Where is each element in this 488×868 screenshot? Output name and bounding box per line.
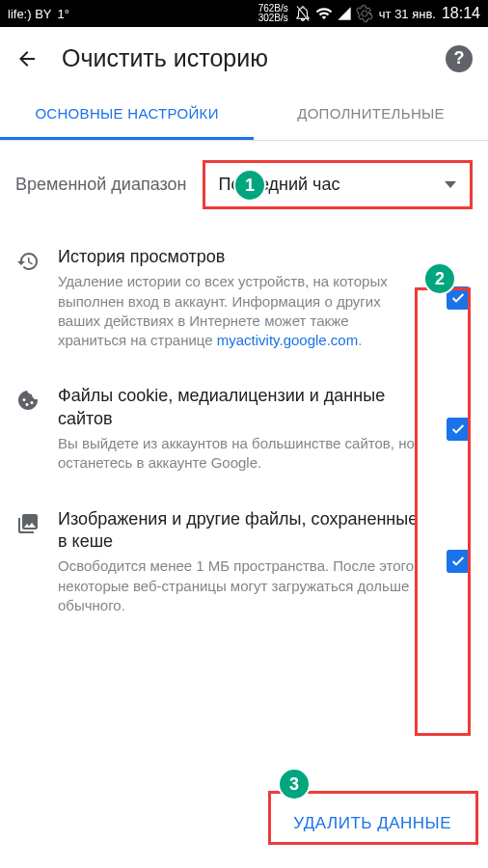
back-icon[interactable] bbox=[15, 47, 39, 70]
annotation-badge-2: 2 bbox=[423, 262, 456, 295]
checkbox-cookies[interactable] bbox=[447, 418, 470, 441]
image-icon bbox=[15, 512, 41, 535]
item-desc: Вы выйдете из аккаунтов на большинстве с… bbox=[58, 434, 419, 474]
tab-advanced[interactable]: ДОПОЛНИТЕЛЬНЫЕ bbox=[254, 90, 488, 140]
annotation-badge-1: 1 bbox=[233, 169, 266, 202]
chevron-down-icon bbox=[445, 181, 456, 188]
wifi-icon bbox=[315, 5, 333, 22]
myactivity-link[interactable]: myactivity.google.com bbox=[217, 332, 358, 348]
network-speed: 762B/s 302B/s bbox=[258, 4, 288, 23]
checkbox-cache[interactable] bbox=[447, 550, 470, 573]
item-title: Изображения и другие файлы, сохраненные … bbox=[58, 508, 419, 554]
item-title: История просмотров bbox=[58, 246, 419, 268]
status-bar: life:) BY 1° 762B/s 302B/s чт 31 янв. 18… bbox=[0, 0, 488, 27]
item-desc: Освободится менее 1 МБ пространства. Пос… bbox=[58, 556, 419, 615]
time-label: 18:14 bbox=[442, 5, 480, 22]
temp-label: 1° bbox=[58, 7, 69, 21]
cookie-icon bbox=[15, 389, 41, 412]
list-item-cookies[interactable]: Файлы cookie, медиалицензии и данные сай… bbox=[0, 367, 488, 490]
dnd-icon bbox=[294, 5, 312, 22]
carrier-label: life:) BY bbox=[8, 7, 52, 21]
annotation-badge-3: 3 bbox=[278, 768, 311, 800]
gear-icon bbox=[356, 5, 373, 22]
history-icon bbox=[15, 250, 41, 273]
app-bar: Очистить историю ? bbox=[0, 27, 488, 90]
page-title: Очистить историю bbox=[62, 44, 422, 72]
list-item-history[interactable]: История просмотров Удаление истории со в… bbox=[0, 229, 488, 367]
delete-data-button[interactable]: УДАЛИТЬ ДАННЫЕ bbox=[284, 802, 461, 845]
item-title: Файлы cookie, медиалицензии и данные сай… bbox=[58, 385, 419, 430]
signal-icon bbox=[337, 6, 352, 21]
date-label: чт 31 янв. bbox=[379, 7, 436, 21]
help-icon[interactable]: ? bbox=[446, 45, 473, 72]
tabs: ОСНОВНЫЕ НАСТРОЙКИ ДОПОЛНИТЕЛЬНЫЕ bbox=[0, 90, 488, 141]
time-range-label: Временной диапазон bbox=[15, 175, 187, 195]
item-desc: Удаление истории со всех устройств, на к… bbox=[58, 272, 419, 350]
tab-basic[interactable]: ОСНОВНЫЕ НАСТРОЙКИ bbox=[0, 90, 254, 140]
list-item-cache[interactable]: Изображения и другие файлы, сохраненные … bbox=[0, 491, 488, 634]
